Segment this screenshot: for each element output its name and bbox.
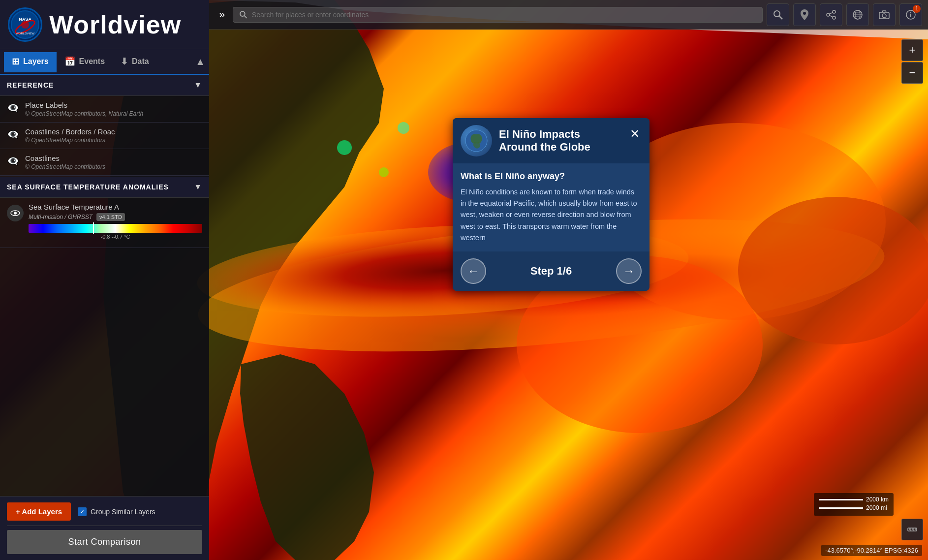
place-labels-source: © OpenStreetMap contributors, Natural Ea… [25,110,202,117]
scale-bar: 2000 km 2000 mi [814,493,894,516]
bottom-controls: + Add Layers ✓ Group Similar Layers Star… [0,496,209,560]
sidebar-expand-icon[interactable]: ▲ [195,56,205,67]
svg-point-36 [910,12,911,13]
elnino-subtitle: What is El Niño anyway? [461,171,642,182]
svg-line-25 [830,12,833,14]
separator [7,526,202,526]
place-labels-visibility-toggle[interactable]: 👁‍🗨 [7,102,19,114]
share-button[interactable] [820,3,842,26]
search-button[interactable] [767,3,789,26]
add-layers-button[interactable]: + Add Layers [7,502,71,521]
elnino-popup: El Niño ImpactsAround the Globe ✕ What i… [453,118,650,291]
reference-title: REFERENCE [7,81,54,89]
layers-icon: ⊞ [12,56,19,67]
map-coordinates: -43.6570°,-90.2814° EPSG:4326 [821,545,922,556]
scale-mi-label: 2000 mi [866,504,887,511]
reference-section-header[interactable]: REFERENCE ▼ [0,75,209,96]
group-similar-label: Group Similar Layers [91,508,155,516]
svg-point-8 [398,122,409,134]
scale-km-label: 2000 km [866,496,889,503]
expand-search-button[interactable]: » [215,6,229,23]
coastlines-borders-visibility-toggle[interactable]: 👁‍🗨 [7,128,19,140]
layer-item-place-labels: 👁‍🗨 Place Labels © OpenStreetMap contrib… [0,96,209,123]
elnino-body-text: El Niño conditions are known to form whe… [461,187,642,244]
coastlines-source: © OpenStreetMap contributors [25,163,202,170]
svg-point-5 [738,197,928,344]
app-header: NASA WORLDVIEW Worldview [0,0,209,49]
group-similar-layers[interactable]: ✓ Group Similar Layers [78,507,155,516]
sst-title: SEA SURFACE TEMPERATURE ANOMALIES [7,183,169,191]
svg-point-16 [14,212,17,215]
map-controls: + − [901,39,923,84]
sst-version: v4.1 STD [96,213,125,221]
info-button[interactable]: 1 [899,3,922,26]
sst-collapse-arrow[interactable]: ▼ [194,183,202,191]
nasa-logo: NASA WORLDVIEW [8,7,42,42]
coastlines-borders-name: Coastlines / Borders / Roac [25,127,202,136]
svg-point-13 [21,21,29,29]
tab-layers-label: Layers [23,57,49,66]
data-icon: ⬇ [121,56,128,67]
svg-line-18 [245,15,247,18]
camera-button[interactable] [873,3,896,26]
sst-section-header[interactable]: SEA SURFACE TEMPERATURE ANOMALIES ▼ [0,177,209,198]
top-toolbar: » [209,0,928,30]
tab-layers[interactable]: ⊞ Layers [4,52,57,72]
sst-mission: Multi-mission / GHRSST [29,214,93,220]
coastlines-borders-source: © OpenStreetMap contributors [25,137,202,144]
svg-line-26 [830,15,833,17]
svg-line-20 [779,16,782,19]
search-icon [239,10,248,19]
tab-events-label: Events [79,57,105,66]
svg-point-7 [337,140,352,155]
svg-point-24 [833,16,835,19]
sst-colorbar [29,224,202,233]
sst-section: SEA SURFACE TEMPERATURE ANOMALIES ▼ Sea … [0,177,209,248]
sst-colorbar-marker [93,222,94,234]
svg-text:WORLDVIEW: WORLDVIEW [16,32,34,35]
svg-point-19 [774,11,780,17]
elnino-step-label: Step 1/6 [530,265,572,278]
zoom-in-button[interactable]: + [901,39,923,61]
svg-point-22 [833,10,835,13]
elnino-popup-body: What is El Niño anyway? El Niño conditio… [453,163,650,251]
layers-panel: REFERENCE ▼ 👁‍🗨 Place Labels © OpenStree… [0,75,209,496]
scale-mi-line [819,507,863,509]
place-labels-name: Place Labels [25,101,202,109]
events-icon: 📅 [64,56,75,67]
elnino-prev-button[interactable]: ← [461,258,486,284]
elnino-popup-title: El Niño ImpactsAround the Globe [499,128,590,154]
globe-projection-button[interactable] [846,3,869,26]
search-bar [233,7,763,23]
elnino-next-button[interactable]: → [616,258,642,284]
elnino-close-button[interactable]: ✕ [628,125,642,143]
layer-item-coastlines-borders: 👁‍🗨 Coastlines / Borders / Roac © OpenSt… [0,123,209,149]
layer-item-coastlines: 👁‍🗨 Coastlines © OpenStreetMap contribut… [0,149,209,176]
tab-events[interactable]: 📅 Events [57,52,113,72]
sidebar: NASA WORLDVIEW Worldview ⊞ Layers 📅 Even… [0,0,209,560]
sst-colorbar-label: -0.8 --0.7 °C [29,234,202,240]
zoom-out-button[interactable]: − [901,62,923,84]
location-button[interactable] [793,3,816,26]
elnino-navigation: ← Step 1/6 → [453,251,650,291]
measure-tool-button[interactable] [901,519,923,540]
tab-data-label: Data [132,57,149,66]
coastlines-visibility-toggle[interactable]: 👁‍🗨 [7,155,19,167]
reference-collapse-arrow[interactable]: ▼ [194,81,202,90]
svg-point-17 [240,11,245,16]
sst-colorbar-container: -0.8 --0.7 °C [29,221,202,243]
globe-event-icon [461,125,492,156]
start-comparison-button[interactable]: Start Comparison [7,530,202,554]
coastlines-name: Coastlines [25,154,202,162]
tab-bar: ⊞ Layers 📅 Events ⬇ Data ▲ [0,49,209,75]
layer-item-sst: Sea Surface Temperature A Multi-mission … [0,198,209,248]
elnino-popup-header: El Niño ImpactsAround the Globe ✕ [453,118,650,163]
sst-visibility-toggle[interactable] [7,205,24,221]
svg-point-33 [882,14,886,18]
svg-point-21 [803,12,806,15]
group-similar-checkbox[interactable]: ✓ [78,507,87,516]
info-badge: 1 [913,5,921,13]
tab-data[interactable]: ⬇ Data [113,52,157,72]
app-title: Worldview [49,10,181,39]
search-input[interactable] [252,11,756,19]
